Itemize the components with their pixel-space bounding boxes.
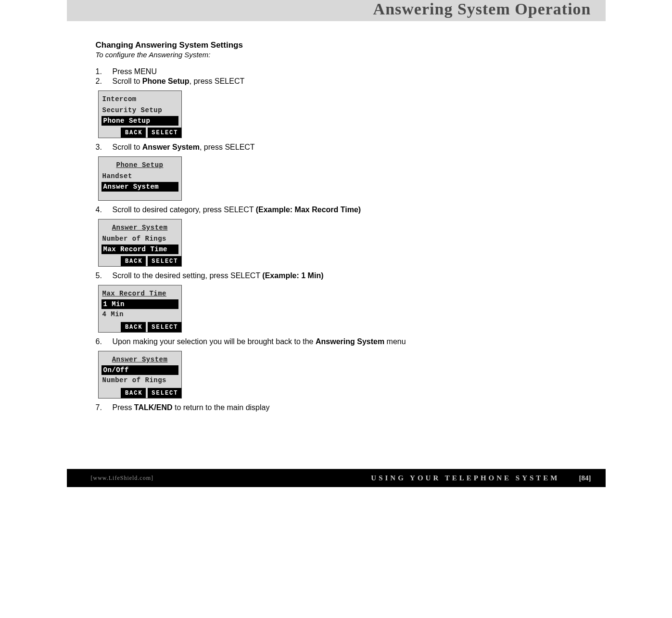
steps-list: Scroll to desired category, press SELECT… (96, 206, 577, 214)
subheading-italic: Answering System (149, 51, 208, 59)
softkey-select: SELECT (148, 388, 181, 398)
step-6-pre: Upon making your selection you will be b… (113, 337, 316, 346)
step-2-bold: Phone Setup (142, 77, 190, 85)
subheading-suffix: : (208, 51, 210, 59)
lcd-row: Number of Rings (99, 375, 181, 386)
lcd-title: Answer System (99, 222, 181, 233)
step-4: Scroll to desired category, press SELECT… (96, 206, 577, 214)
lcd-row: Handset (99, 171, 181, 182)
step-6-bold: Answering System (316, 337, 384, 346)
step-5: Scroll to the desired setting, press SEL… (96, 271, 577, 280)
step-2: Scroll to Phone Setup, press SELECT (96, 77, 577, 86)
softkey-select: SELECT (148, 128, 181, 138)
footer-page-number: [84] (579, 474, 591, 482)
subheading-prefix: To configure the (96, 51, 149, 59)
lcd-empty-row (99, 192, 181, 200)
step-4-pre: Scroll to desired category, press SELECT (113, 206, 256, 214)
section-heading: Changing Answering System Settings (96, 40, 577, 50)
step-3-bold: Answer System (142, 143, 200, 151)
lcd-screen-answer-system-nav: Phone Setup Handset Answer System (98, 156, 182, 201)
section-subheading: To configure the Answering System: (96, 51, 577, 59)
step-3-pre: Scroll to (113, 143, 142, 151)
page-content: Changing Answering System Settings To co… (67, 21, 577, 469)
softkey-back: BACK (121, 256, 146, 266)
lcd-row: Intercom (99, 94, 181, 105)
step-7-bold: TALK/END (134, 403, 173, 412)
softkey-back: BACK (121, 388, 146, 398)
lcd-row: Number of Rings (99, 233, 181, 245)
step-7: Press TALK/END to return to the main dis… (96, 403, 577, 412)
steps-list: Scroll to the desired setting, press SEL… (96, 271, 577, 280)
steps-list: Press MENU Scroll to Phone Setup, press … (96, 67, 577, 86)
lcd-title: Phone Setup (99, 160, 181, 171)
steps-list: Scroll to Answer System, press SELECT (96, 143, 577, 152)
lcd-softkeys: BACK SELECT (99, 320, 181, 332)
step-3-post: , press SELECT (200, 143, 255, 151)
step-2-post: , press SELECT (190, 77, 245, 85)
softkey-back: BACK (121, 128, 146, 138)
lcd-softkeys: BACK SELECT (99, 386, 181, 398)
lcd-title: Answer System (99, 354, 181, 365)
softkey-select: SELECT (148, 322, 181, 332)
steps-list: Press TALK/END to return to the main dis… (96, 403, 577, 412)
lcd-screen-max-record-time-nav: Answer System Number of Rings Max Record… (98, 219, 182, 267)
lcd-screen-answer-system-return: Answer System On/Off Number of Rings BAC… (98, 351, 182, 399)
step-3: Scroll to Answer System, press SELECT (96, 143, 577, 152)
footer-url: [www.LifeShield.com] (91, 475, 154, 482)
step-6: Upon making your selection you will be b… (96, 337, 577, 346)
page-header: Answering System Operation (67, 0, 606, 21)
lcd-row-selected: On/Off (101, 365, 178, 375)
lcd-row-selected: Max Record Time (101, 245, 178, 254)
lcd-row-selected: 1 Min (101, 299, 178, 309)
softkey-back: BACK (121, 322, 146, 332)
lcd-screen-time-select: Max Record Time 1 Min 4 Min BACK SELECT (98, 285, 182, 333)
page-footer: [www.LifeShield.com] USING YOUR TELEPHON… (67, 469, 606, 487)
lcd-title: Max Record Time (99, 288, 181, 299)
lcd-softkeys: BACK SELECT (99, 126, 181, 138)
step-1: Press MENU (96, 67, 577, 76)
lcd-row-selected: Answer System (101, 182, 178, 192)
step-7-pre: Press (113, 403, 134, 412)
lcd-row: Security Setup (99, 105, 181, 116)
page-title: Answering System Operation (67, 0, 591, 18)
footer-section-title: USING YOUR TELEPHONE SYSTEM (153, 474, 579, 482)
step-5-bold: (Example: 1 Min) (262, 271, 323, 280)
step-4-bold: (Example: Max Record Time) (256, 206, 361, 214)
lcd-screen-phone-setup-menu: Intercom Security Setup Phone Setup BACK… (98, 90, 182, 138)
step-5-pre: Scroll to the desired setting, press SEL… (113, 271, 263, 280)
softkey-select: SELECT (148, 256, 181, 266)
step-7-post: to return to the main display (173, 403, 270, 412)
step-2-pre: Scroll to (113, 77, 142, 85)
step-6-post: menu (384, 337, 406, 346)
steps-list: Upon making your selection you will be b… (96, 337, 577, 346)
lcd-softkeys: BACK SELECT (99, 254, 181, 266)
lcd-row-selected: Phone Setup (101, 116, 178, 126)
lcd-row: 4 Min (99, 309, 181, 320)
